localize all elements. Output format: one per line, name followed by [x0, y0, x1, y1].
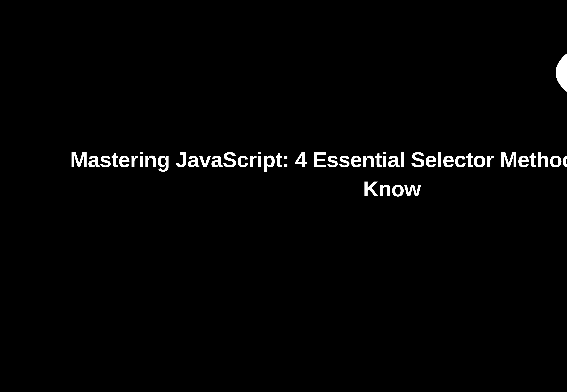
speech-bubble-text: LET”S TALK WITH HUNDREDS [556, 52, 567, 94]
speech-bubble-body: LET”S TALK WITH HUNDREDS [556, 33, 567, 112]
speech-bubble: LET”S TALK WITH HUNDREDS [556, 33, 567, 112]
page-title: Mastering JavaScript: 4 Essential Select… [40, 145, 567, 203]
